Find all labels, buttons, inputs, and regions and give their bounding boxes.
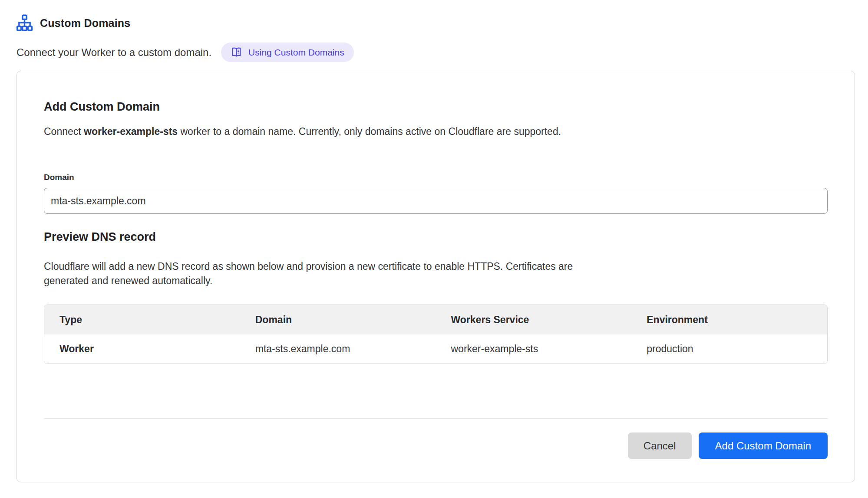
page-title: Custom Domains [40, 17, 130, 29]
add-custom-domain-button[interactable]: Add Custom Domain [699, 432, 828, 459]
footer-divider [44, 418, 828, 419]
open-book-icon [231, 46, 242, 58]
sitemap-icon [17, 14, 33, 32]
preview-description: Cloudflare will add a new DNS record as … [44, 259, 591, 288]
description-suffix: worker to a domain name. Currently, only… [178, 126, 561, 137]
column-header-workers-service: Workers Service [436, 305, 632, 334]
page-subtitle: Connect your Worker to a custom domain. [17, 46, 211, 59]
cell-domain: mta-sts.example.com [240, 334, 436, 364]
column-header-type: Type [44, 305, 240, 334]
page-header: Custom Domains Connect your Worker to a … [0, 0, 868, 62]
dialog-description: Connect worker-example-sts worker to a d… [44, 125, 828, 138]
column-header-domain: Domain [240, 305, 436, 334]
footer-actions: Cancel Add Custom Domain [44, 432, 828, 459]
dialog-heading: Add Custom Domain [44, 100, 828, 114]
domain-input[interactable] [44, 188, 828, 214]
worker-name: worker-example-sts [84, 126, 178, 137]
add-custom-domain-panel: Add Custom Domain Connect worker-example… [17, 71, 855, 482]
docs-link-label: Using Custom Domains [248, 47, 344, 58]
cell-environment: production [631, 334, 827, 364]
docs-link-badge[interactable]: Using Custom Domains [221, 43, 354, 62]
column-header-environment: Environment [631, 305, 827, 334]
preview-heading: Preview DNS record [44, 230, 828, 244]
cancel-button[interactable]: Cancel [628, 432, 692, 459]
dns-preview-table: Type Domain Workers Service Environment … [44, 305, 828, 364]
table-row: Worker mta-sts.example.com worker-exampl… [44, 334, 827, 364]
domain-field-label: Domain [44, 173, 828, 182]
description-prefix: Connect [44, 126, 84, 137]
cell-workers-service: worker-example-sts [436, 334, 632, 364]
table-header-row: Type Domain Workers Service Environment [44, 305, 827, 334]
cell-type: Worker [44, 334, 240, 364]
